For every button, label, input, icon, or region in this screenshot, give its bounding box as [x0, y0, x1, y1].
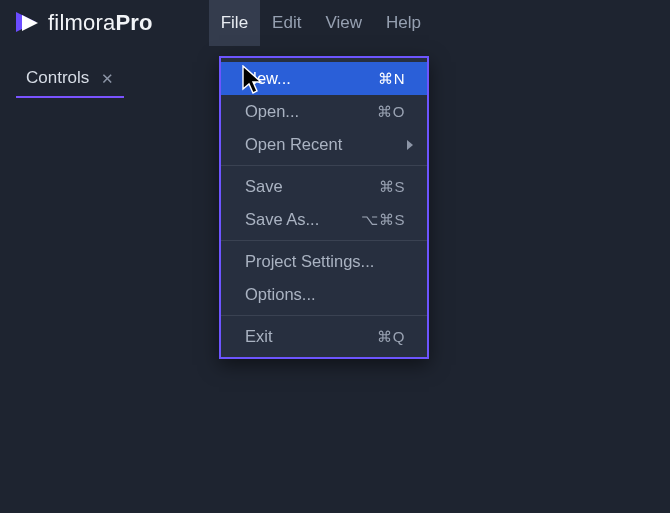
- menu-item-shortcut: ⌘O: [377, 103, 405, 121]
- menu-item-label: Open...: [245, 102, 299, 121]
- menu-item-shortcut: ⌘S: [379, 178, 405, 196]
- menu-help[interactable]: Help: [374, 0, 433, 46]
- menu-separator: [221, 315, 427, 316]
- app-title-normal: filmora: [48, 10, 115, 35]
- tab-controls[interactable]: Controls ✕: [16, 60, 124, 98]
- menu-separator: [221, 165, 427, 166]
- menu-item-open-recent[interactable]: Open Recent: [221, 128, 427, 161]
- filmora-logo-icon: [14, 10, 40, 36]
- menu-item-label: Open Recent: [245, 135, 342, 154]
- title-bar: filmoraPro File Edit View Help: [0, 0, 670, 46]
- menu-item-label: Save: [245, 177, 283, 196]
- menu-item-shortcut: ⌥⌘S: [361, 211, 405, 229]
- menu-item-options[interactable]: Options...: [221, 278, 427, 311]
- menu-item-shortcut: ⌘Q: [377, 328, 405, 346]
- menu-item-label: Save As...: [245, 210, 319, 229]
- menu-item-open[interactable]: Open... ⌘O: [221, 95, 427, 128]
- menu-view[interactable]: View: [313, 0, 374, 46]
- menu-item-label: Options...: [245, 285, 316, 304]
- file-dropdown-menu: New... ⌘N Open... ⌘O Open Recent Save ⌘S…: [219, 56, 429, 359]
- tab-active-underline: [16, 96, 124, 99]
- menu-item-shortcut: ⌘N: [378, 70, 405, 88]
- menu-item-label: Project Settings...: [245, 252, 374, 271]
- menu-item-exit[interactable]: Exit ⌘Q: [221, 320, 427, 353]
- app-title: filmoraPro: [48, 10, 153, 36]
- chevron-right-icon: [407, 140, 413, 150]
- app-logo: filmoraPro: [14, 10, 153, 36]
- menu-separator: [221, 240, 427, 241]
- close-icon[interactable]: ✕: [101, 71, 114, 86]
- menu-item-save-as[interactable]: Save As... ⌥⌘S: [221, 203, 427, 236]
- menu-item-project-settings[interactable]: Project Settings...: [221, 245, 427, 278]
- menu-item-label: New...: [245, 69, 291, 88]
- menu-file[interactable]: File: [209, 0, 260, 46]
- menu-item-save[interactable]: Save ⌘S: [221, 170, 427, 203]
- menu-item-new[interactable]: New... ⌘N: [221, 62, 427, 95]
- app-title-bold: Pro: [115, 10, 152, 35]
- menu-bar: File Edit View Help: [209, 0, 433, 46]
- menu-item-label: Exit: [245, 327, 273, 346]
- svg-marker-1: [22, 15, 38, 31]
- menu-edit[interactable]: Edit: [260, 0, 313, 46]
- tab-label: Controls: [26, 68, 89, 88]
